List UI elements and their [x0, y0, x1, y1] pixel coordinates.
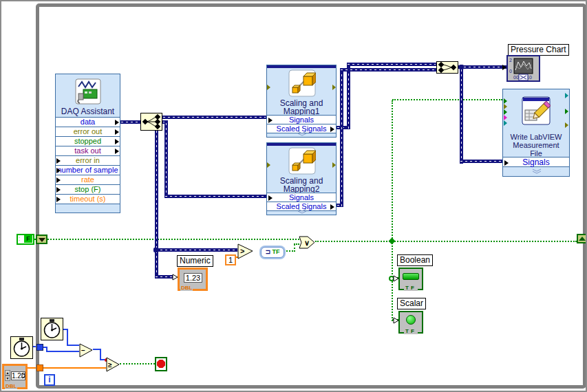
- daq-terminal-timeout-s[interactable]: timeout (s): [55, 194, 120, 204]
- title-bar: [267, 65, 336, 68]
- merge-signals-node[interactable]: [436, 61, 458, 74]
- chevron-expand-icon[interactable]: [297, 131, 307, 137]
- numeric-constant-1[interactable]: 1: [225, 254, 236, 265]
- numeric-control[interactable]: ▲ ▼ 1.23 DBL: [2, 364, 28, 389]
- boolean-indicator[interactable]: TF: [398, 268, 423, 290]
- led-round-icon: [406, 315, 416, 325]
- false-glyph: F: [24, 235, 32, 243]
- daq-terminal-data[interactable]: data: [55, 117, 120, 127]
- tunnel-orange[interactable]: [36, 364, 43, 371]
- greater-equal-glyph: ≥: [108, 361, 112, 369]
- terminal-arrow-icon: [504, 160, 509, 166]
- output-arrow-icon: [565, 93, 568, 98]
- daq-terminal-error-in[interactable]: error in: [55, 155, 120, 166]
- daq-assistant-node[interactable]: DAQ Assistant data error out stopped tas…: [55, 74, 120, 213]
- daq-terminal-error-out[interactable]: error out: [55, 127, 120, 137]
- write-file-signals-terminal[interactable]: Signals: [502, 157, 570, 167]
- shift-register-down-icon: [39, 238, 45, 242]
- spinner-icon[interactable]: ▲ ▼: [5, 370, 10, 381]
- svg-text:0: 0: [509, 69, 512, 74]
- numeric-indicator[interactable]: 1.23 DBL: [178, 268, 208, 291]
- terminal-arrow-icon: [56, 158, 61, 164]
- input-arrow-icon: [504, 104, 507, 109]
- error-in-arrow-icon: [267, 162, 270, 168]
- shift-register-up-icon: [579, 237, 586, 241]
- terminal-arrow-icon: [56, 187, 61, 193]
- control-output-arrow-icon: [21, 373, 26, 379]
- input-arrow-icon: [504, 109, 507, 115]
- subtract-glyph: −: [81, 347, 85, 354]
- daq-terminal-stopped[interactable]: stopped: [55, 136, 120, 146]
- or-node[interactable]: ∨: [299, 236, 316, 249]
- glyph-decoration: ⁚: [19, 237, 20, 242]
- numeric-value: 1.23: [184, 273, 202, 283]
- error-out-arrow-icon: [332, 85, 336, 90]
- title-bar: [267, 143, 336, 146]
- input-arrow-icon: [504, 98, 507, 104]
- input-arrow-icon: [504, 115, 507, 120]
- scaling1-signals-terminal[interactable]: Signals: [266, 115, 337, 124]
- loop-condition-terminal[interactable]: [155, 357, 167, 371]
- scaling-cubes-icon: [288, 69, 316, 97]
- scaling2-signals-terminal[interactable]: Signals: [266, 193, 337, 202]
- input-arrow-icon: [504, 120, 507, 126]
- labview-block-diagram: DAQ Assistant data error out stopped tas…: [0, 0, 587, 392]
- terminal-arrow-icon: [56, 197, 61, 202]
- output-arrow-icon: [565, 122, 568, 128]
- greater-glyph: >: [240, 247, 244, 255]
- terminal-arrow-icon: [268, 118, 273, 123]
- or-glyph: ∨: [304, 239, 310, 247]
- scaling-mapping2-node[interactable]: Scaling and Mapping2 Signals Scaled Sign…: [266, 142, 337, 215]
- terminal-arrow-icon: [115, 149, 119, 154]
- chevron-expand-icon[interactable]: [297, 208, 307, 215]
- error-in-arrow-icon: [267, 85, 270, 90]
- led-bar-icon: [403, 273, 419, 280]
- terminal-arrow-icon: [115, 120, 119, 125]
- shift-register-right[interactable]: [577, 234, 587, 243]
- chevron-expand-icon[interactable]: [532, 168, 542, 175]
- scaling-cubes-icon: [288, 147, 316, 175]
- error-out-arrow-icon: [332, 162, 336, 168]
- convert-to-boolean-node[interactable]: ⊐ TF: [261, 247, 284, 258]
- write-file-title-line2: Measurement: [503, 141, 569, 149]
- terminal-arrow-icon: [268, 195, 273, 201]
- greater-equal-node[interactable]: ≥: [106, 357, 120, 372]
- write-file-title-line1: Write LabVIEW: [503, 133, 569, 141]
- stop-sign-icon: [157, 360, 165, 368]
- split-signals-node[interactable]: [140, 113, 162, 131]
- daq-terminal-stop-f[interactable]: stop (F): [55, 184, 120, 195]
- scalar-label: Scalar: [397, 298, 426, 309]
- terminal-arrow-icon: [330, 204, 334, 210]
- daq-card-icon: [75, 78, 101, 105]
- scalar-indicator[interactable]: TF: [398, 311, 423, 334]
- terminal-arrow-icon: [56, 168, 61, 173]
- boolean-label: Boolean: [397, 254, 433, 266]
- iteration-terminal[interactable]: i: [44, 374, 55, 386]
- greater-node[interactable]: >: [237, 243, 254, 259]
- numeric-control-dtype: DBL: [5, 384, 17, 389]
- merge-signals-icon: [437, 62, 458, 73]
- output-arrow-icon: [565, 109, 568, 114]
- numeric-dtype: DBL: [180, 285, 193, 291]
- daq-title: DAQ Assistant: [56, 107, 120, 116]
- daq-terminal-task-out[interactable]: task out: [55, 146, 120, 156]
- scalar-tf-tag: TF: [404, 329, 418, 334]
- tick-count-clock-icon-inside[interactable]: [41, 318, 63, 340]
- dynamic-data-glyph: ⊐: [265, 248, 270, 255]
- write-file-node[interactable]: Write LabVIEW Measurement File Signals: [502, 89, 570, 177]
- false-constant[interactable]: ⁚ F: [17, 234, 34, 245]
- tf-glyph: TF: [273, 248, 280, 255]
- pressure-chart-terminal[interactable]: 2 0 00 10: [506, 55, 540, 82]
- scaling-mapping1-node[interactable]: Scaling and Mapping1 Signals Scaled Sign…: [266, 65, 337, 138]
- tunnel-blue[interactable]: [36, 344, 43, 351]
- terminal-arrow-icon: [330, 127, 334, 132]
- tick-count-clock-icon-outside[interactable]: [10, 336, 33, 359]
- terminal-arrow-icon: [115, 129, 119, 135]
- svg-text:2: 2: [509, 58, 512, 63]
- terminal-arrow-icon: [115, 139, 119, 144]
- subtract-node[interactable]: −: [79, 343, 94, 358]
- shift-register-left[interactable]: [36, 235, 47, 244]
- daq-terminal-number-of-sample[interactable]: number of sample: [55, 165, 120, 175]
- daq-terminal-rate[interactable]: rate: [55, 175, 120, 185]
- boolean-tf-tag: TF: [404, 285, 418, 291]
